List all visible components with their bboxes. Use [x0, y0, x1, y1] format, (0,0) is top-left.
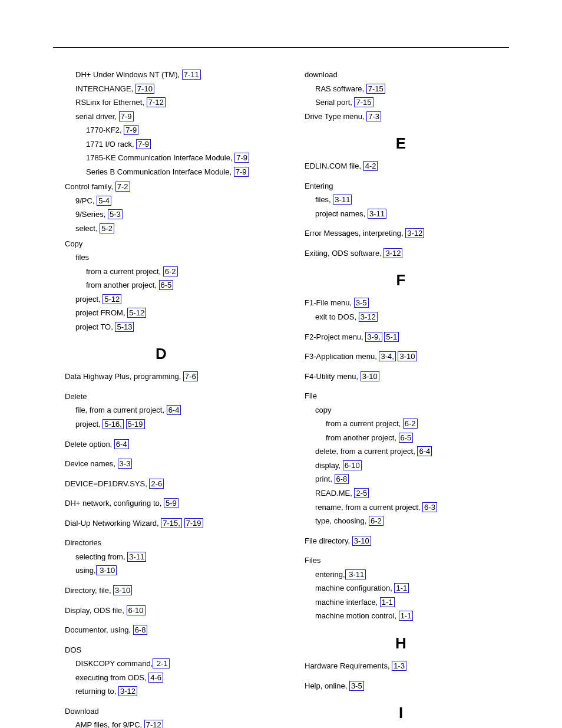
- page-reference-link[interactable]: 5-12: [103, 294, 121, 304]
- page-reference-link[interactable]: 7-6: [183, 371, 198, 381]
- section-letter-d: D: [53, 345, 269, 363]
- page-reference-link[interactable]: 6-10: [343, 460, 362, 470]
- index-text: project TO,: [75, 322, 115, 331]
- page-reference-link[interactable]: 7-3: [366, 111, 381, 121]
- page-reference-link[interactable]: 6-5: [159, 280, 174, 290]
- page-reference-link[interactable]: 5-16,: [103, 419, 124, 429]
- index-entry: DISKCOPY command, 2-1: [65, 658, 269, 669]
- page-reference-link[interactable]: 7-9: [136, 139, 151, 149]
- page-reference-link[interactable]: 3-12: [405, 228, 424, 238]
- page-reference-link[interactable]: 7-12: [147, 97, 166, 107]
- page-reference-link[interactable]: 3-11: [333, 195, 352, 205]
- page-reference-link[interactable]: 7-15: [366, 84, 385, 94]
- index-text: using,: [75, 566, 96, 575]
- page-reference-link[interactable]: 3-10: [398, 351, 416, 361]
- index-entry: project FROM, 5-12: [65, 308, 269, 318]
- page-reference-link[interactable]: 3-5: [354, 298, 369, 308]
- page-reference-link[interactable]: 5-1: [384, 332, 399, 342]
- index-text: entering,: [315, 570, 345, 579]
- page-reference-link[interactable]: 6-5: [399, 433, 414, 443]
- page-reference-link[interactable]: 3-12: [359, 312, 378, 322]
- page-reference-link[interactable]: 3-12: [118, 686, 137, 696]
- index-text: copy: [315, 406, 331, 414]
- index-entry: from another project, 6-5: [65, 280, 269, 291]
- page-reference-link[interactable]: 5-9: [164, 498, 178, 508]
- page-reference-link[interactable]: 3-11: [345, 569, 366, 579]
- page-reference-link[interactable]: 3-11: [127, 552, 146, 562]
- page-reference-link[interactable]: 3-10: [113, 585, 132, 595]
- page-reference-link[interactable]: 6-8: [133, 625, 148, 635]
- page-reference-link[interactable]: 7-9: [124, 125, 138, 135]
- page-reference-link[interactable]: 6-4: [167, 405, 181, 415]
- index-text: Hardware Requirements,: [305, 661, 392, 670]
- page-reference-link[interactable]: 5-3: [108, 209, 123, 219]
- index-entry: RAS software, 7-15: [305, 84, 509, 94]
- page-reference-link[interactable]: 3-4,: [379, 351, 395, 361]
- index-text: Directories: [65, 538, 101, 547]
- index-entry: Download: [65, 706, 269, 717]
- page-reference-link[interactable]: 7-9: [119, 111, 134, 121]
- index-text: Drive Type menu,: [305, 112, 366, 121]
- index-text: from another project,: [326, 433, 399, 442]
- page-reference-link[interactable]: 7-11: [182, 70, 201, 80]
- index-text: 9/PC,: [75, 196, 97, 205]
- page-reference-link[interactable]: 5-12: [127, 308, 146, 318]
- index-text: Documentor, using,: [65, 625, 133, 634]
- index-text: type, choosing,: [315, 516, 369, 525]
- page-reference-link[interactable]: 3-10: [96, 565, 117, 575]
- page-reference-link[interactable]: 6-4: [114, 439, 129, 449]
- page-reference-link[interactable]: 5-2: [100, 223, 114, 233]
- index-text: from another project,: [86, 281, 159, 289]
- index-entry: machine interface, 1-1: [305, 597, 509, 608]
- page-reference-link[interactable]: 6-4: [417, 446, 432, 456]
- page-reference-link[interactable]: 7-15: [354, 97, 373, 107]
- index-text: Files: [305, 556, 320, 565]
- index-entry: F4-Utility menu, 3-10: [305, 371, 509, 382]
- page-reference-link[interactable]: 2-5: [354, 488, 369, 498]
- page-reference-link[interactable]: 3-9,: [365, 332, 382, 342]
- index-text: delete, from a current project,: [315, 447, 417, 456]
- page-reference-link[interactable]: 7-15,: [161, 518, 182, 528]
- page-reference-link[interactable]: 3-5: [349, 681, 364, 691]
- page-reference-link[interactable]: 1-3: [392, 661, 406, 671]
- page-reference-link[interactable]: 7-9: [234, 167, 249, 177]
- page-reference-link[interactable]: 6-2: [163, 266, 178, 276]
- index-entry: Dial-Up Networking Wizard, 7-15, 7-19: [65, 518, 269, 529]
- page-reference-link[interactable]: 3-12: [384, 248, 402, 258]
- page-reference-link[interactable]: 5-19: [126, 419, 145, 429]
- page-reference-link[interactable]: 6-10: [127, 605, 146, 615]
- page-reference-link[interactable]: 3-3: [118, 459, 133, 469]
- page-reference-link[interactable]: 1-1: [380, 597, 395, 607]
- page-reference-link[interactable]: 3-10: [361, 371, 379, 381]
- page-reference-link[interactable]: 3-11: [368, 209, 386, 219]
- page-reference-link[interactable]: 2-1: [153, 658, 169, 668]
- index-text: Serial port,: [315, 98, 354, 107]
- index-text: Download: [65, 707, 99, 716]
- page-reference-link[interactable]: 3-10: [352, 536, 371, 546]
- page-reference-link[interactable]: 4-2: [363, 161, 378, 171]
- page-reference-link[interactable]: 6-3: [422, 502, 437, 512]
- page-reference-link[interactable]: 7-19: [184, 518, 203, 528]
- page-reference-link[interactable]: 5-13: [115, 322, 134, 332]
- index-entry: Error Messages, interpreting, 3-12: [305, 228, 509, 239]
- index-text: project,: [75, 295, 103, 304]
- index-entry: Exiting, ODS software, 3-12: [305, 248, 509, 259]
- page-reference-link[interactable]: 1-1: [394, 583, 409, 593]
- page-reference-link[interactable]: 7-2: [115, 182, 130, 192]
- page-reference-link[interactable]: 7-10: [135, 84, 154, 94]
- page-reference-link[interactable]: 7-9: [234, 153, 249, 163]
- page-reference-link[interactable]: 6-2: [403, 419, 418, 429]
- index-entry: Documentor, using, 6-8: [65, 625, 269, 635]
- index-entry: 1771 I/O rack, 7-9: [65, 139, 269, 150]
- index-entry: from a current project, 6-2: [65, 266, 269, 277]
- page-reference-link[interactable]: 7-12: [144, 720, 163, 728]
- index-entry: download: [305, 70, 509, 80]
- index-entry: DEVICE=DF1DRV.SYS, 2-6: [65, 479, 269, 489]
- page-reference-link[interactable]: 5-4: [97, 196, 111, 206]
- page-reference-link[interactable]: 2-6: [149, 479, 164, 489]
- page-reference-link[interactable]: 6-8: [335, 474, 349, 484]
- page-reference-link[interactable]: 1-1: [399, 611, 414, 621]
- page-reference-link[interactable]: 4-6: [148, 673, 163, 683]
- page-reference-link[interactable]: 6-2: [369, 516, 384, 526]
- index-entry: Copy: [65, 239, 269, 249]
